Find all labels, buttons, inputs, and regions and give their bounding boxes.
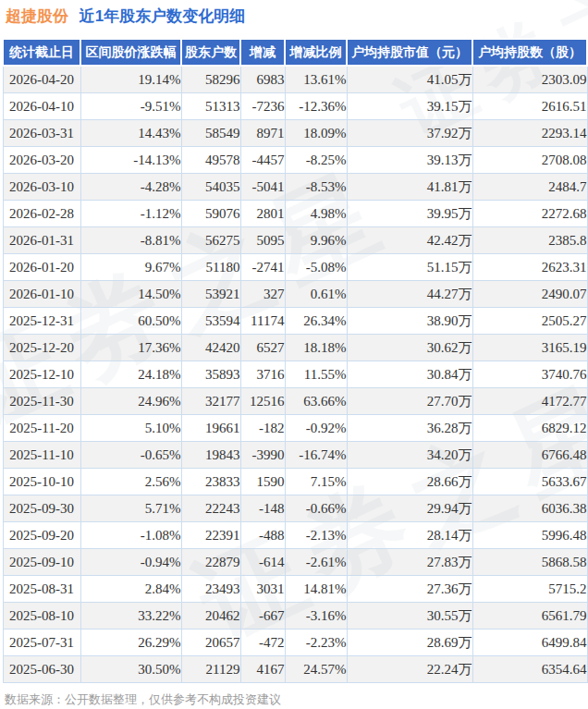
cell-avg-mv: 22.24万 — [347, 656, 472, 683]
table-row: 2025-11-3024.96%321771251663.66%27.70万41… — [3, 388, 587, 415]
cell-date: 2025-07-31 — [3, 630, 80, 656]
cell-change: -148 — [240, 495, 285, 522]
cell-avg-shares: 2616.51 — [472, 93, 587, 120]
cell-change: -7236 — [240, 93, 285, 120]
cell-avg-mv: 41.05万 — [347, 66, 472, 93]
cell-range-chg: -1.12% — [80, 201, 181, 227]
data-source-note: 数据来源：公开数据整理，仅供参考不构成投资建议 — [5, 691, 588, 708]
cell-change: 6527 — [240, 335, 285, 361]
cell-avg-mv: 39.95万 — [347, 201, 472, 227]
cell-range-chg: 14.43% — [80, 120, 181, 147]
table-row: 2026-04-2019.14%58296698313.61%41.05万230… — [3, 66, 587, 93]
table-row: 2026-02-28-1.12%5907628014.98%39.95万2272… — [3, 201, 587, 227]
cell-change-pct: -2.13% — [285, 522, 347, 549]
cell-date: 2026-03-10 — [3, 174, 80, 201]
title-text: 近1年股东户数变化明细 — [80, 7, 245, 25]
cell-avg-mv: 30.55万 — [347, 603, 472, 630]
cell-avg-mv: 27.83万 — [347, 549, 472, 576]
cell-range-chg: 60.50% — [80, 308, 181, 335]
cell-change-pct: 26.34% — [285, 308, 347, 335]
cell-date: 2025-08-31 — [3, 576, 80, 603]
cell-holders: 19661 — [181, 415, 240, 442]
cell-avg-mv: 28.66万 — [347, 469, 472, 495]
table-body: 2026-04-2019.14%58296698313.61%41.05万230… — [3, 66, 587, 683]
header-change-pct: 增减比例 — [285, 39, 347, 66]
cell-holders: 20657 — [181, 630, 240, 656]
cell-date: 2025-12-20 — [3, 335, 80, 361]
cell-holders: 49578 — [181, 147, 240, 174]
cell-avg-shares: 6036.38 — [472, 495, 587, 522]
table-row: 2025-12-3160.50%535941117426.34%38.90万25… — [3, 308, 587, 335]
cell-avg-shares: 4172.77 — [472, 388, 587, 415]
cell-change: -182 — [240, 415, 285, 442]
header-avg-market-value: 户均持股市值（元） — [347, 39, 472, 66]
cell-date: 2026-02-28 — [3, 201, 80, 227]
cell-change: -614 — [240, 549, 285, 576]
cell-avg-shares: 5996.48 — [472, 522, 587, 549]
table-row: 2025-10-102.56%2383315907.15%28.66万5633.… — [3, 469, 587, 495]
cell-avg-mv: 27.70万 — [347, 388, 472, 415]
cell-avg-shares: 3165.19 — [472, 335, 587, 361]
cell-range-chg: 17.36% — [80, 335, 181, 361]
stock-name: 超捷股份 — [6, 7, 68, 25]
table-row: 2026-03-10-4.28%54035-5041-8.53%41.81万24… — [3, 174, 587, 201]
cell-avg-shares: 5868.58 — [472, 549, 587, 576]
cell-change: -2741 — [240, 254, 285, 281]
cell-holders: 53921 — [181, 281, 240, 308]
shareholder-table: 统计截止日 区间股价涨跌幅 股东户数 增减 增减比例 户均持股市值（元） 户均持… — [2, 38, 588, 683]
cell-avg-shares: 2505.27 — [472, 308, 587, 335]
cell-avg-shares: 2623.31 — [472, 254, 587, 281]
cell-range-chg: 24.96% — [80, 388, 181, 415]
cell-holders: 19843 — [181, 442, 240, 469]
cell-date: 2025-10-10 — [3, 469, 80, 495]
header-avg-shares: 户均持股数（股） — [472, 39, 587, 66]
cell-date: 2025-11-20 — [3, 415, 80, 442]
cell-change-pct: 0.61% — [285, 281, 347, 308]
cell-change-pct: -12.36% — [285, 93, 347, 120]
cell-change-pct: 14.81% — [285, 576, 347, 603]
cell-avg-shares: 3740.76 — [472, 361, 587, 388]
cell-change-pct: -5.08% — [285, 254, 347, 281]
table-row: 2026-03-3114.43%58549897118.09%37.92万229… — [3, 120, 587, 147]
cell-change: 12516 — [240, 388, 285, 415]
cell-change-pct: -8.53% — [285, 174, 347, 201]
cell-avg-shares: 5633.67 — [472, 469, 587, 495]
cell-change: -4457 — [240, 147, 285, 174]
cell-change-pct: -8.25% — [285, 147, 347, 174]
cell-date: 2025-09-30 — [3, 495, 80, 522]
cell-change: 2801 — [240, 201, 285, 227]
cell-change: 4167 — [240, 656, 285, 683]
cell-avg-mv: 30.84万 — [347, 361, 472, 388]
cell-holders: 51180 — [181, 254, 240, 281]
cell-change-pct: 11.55% — [285, 361, 347, 388]
cell-holders: 32177 — [181, 388, 240, 415]
cell-change-pct: 13.61% — [285, 66, 347, 93]
cell-holders: 58296 — [181, 66, 240, 93]
cell-avg-mv: 44.27万 — [347, 281, 472, 308]
cell-date: 2026-04-10 — [3, 93, 80, 120]
cell-date: 2025-12-31 — [3, 308, 80, 335]
cell-change-pct: -0.92% — [285, 415, 347, 442]
cell-avg-mv: 39.13万 — [347, 147, 472, 174]
cell-avg-shares: 5715.2 — [472, 576, 587, 603]
table-row: 2025-11-205.10%19661-182-0.92%36.28万6829… — [3, 415, 587, 442]
cell-avg-mv: 27.36万 — [347, 576, 472, 603]
table-row: 2025-12-1024.18%35893371611.55%30.84万374… — [3, 361, 587, 388]
cell-range-chg: -8.81% — [80, 227, 181, 254]
cell-date: 2026-03-31 — [3, 120, 80, 147]
cell-range-chg: -14.13% — [80, 147, 181, 174]
cell-range-chg: 5.71% — [80, 495, 181, 522]
table-row: 2026-01-1014.50%539213270.61%44.27万2490.… — [3, 281, 587, 308]
cell-change-pct: -0.66% — [285, 495, 347, 522]
cell-avg-mv: 38.90万 — [347, 308, 472, 335]
header-change: 增减 — [240, 39, 285, 66]
cell-change: 6983 — [240, 66, 285, 93]
cell-range-chg: 9.67% — [80, 254, 181, 281]
cell-range-chg: -0.94% — [80, 549, 181, 576]
cell-avg-mv: 51.15万 — [347, 254, 472, 281]
cell-date: 2025-06-30 — [3, 656, 80, 683]
cell-range-chg: 33.22% — [80, 603, 181, 630]
cell-date: 2026-03-20 — [3, 147, 80, 174]
cell-holders: 22243 — [181, 495, 240, 522]
cell-avg-mv: 28.69万 — [347, 630, 472, 656]
